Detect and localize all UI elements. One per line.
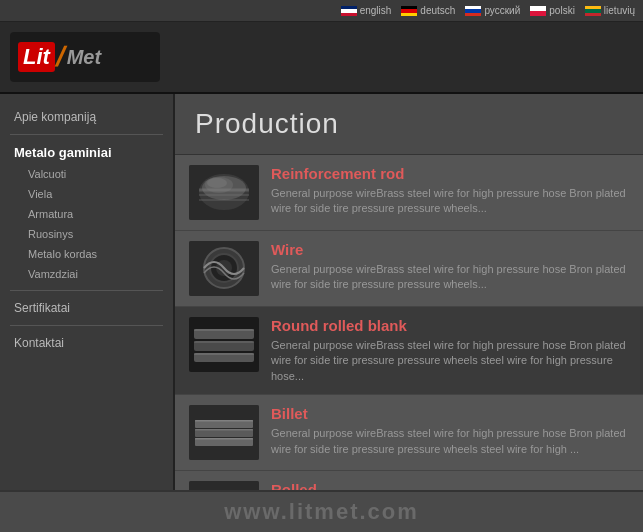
product-item-reinforcement-rod[interactable]: Reinforcement rod General purpose wireBr… [175, 155, 643, 231]
language-bar: english deutsch русский polski lietuvių [0, 0, 643, 22]
flag-ru [465, 6, 481, 16]
lang-russian[interactable]: русский [465, 5, 520, 16]
product-desc-rods: General purpose wireBrass steel wire for… [271, 186, 629, 217]
flag-uk [341, 6, 357, 16]
product-info-rods: Reinforcement rod General purpose wireBr… [271, 165, 629, 217]
sidebar-item-kontaktai[interactable]: Kontaktai [0, 332, 173, 354]
sidebar-item-about[interactable]: Apie kompaniją [0, 106, 173, 128]
product-info-blank: Round rolled blank General purpose wireB… [271, 317, 629, 384]
body-area: Apie kompaniją Metalo gaminiai Valcuoti … [0, 94, 643, 490]
lang-polish[interactable]: polski [530, 5, 575, 16]
logo-met: Met [67, 46, 101, 69]
lang-russian-label: русский [484, 5, 520, 16]
sidebar-item-ruosinys[interactable]: Ruosinys [0, 224, 173, 244]
logo[interactable]: Lit / Met [10, 32, 160, 82]
product-info-wire: Wire General purpose wireBrass steel wir… [271, 241, 629, 293]
product-name-wire: Wire [271, 241, 629, 258]
sidebar-item-metalo-kordas[interactable]: Metalo kordas [0, 244, 173, 264]
watermark-text: www.litmet.com [224, 499, 419, 525]
main-wrapper: Lit / Met Apie kompaniją Metalo gaminiai… [0, 22, 643, 532]
lang-lithuanian-label: lietuvių [604, 5, 635, 16]
flag-lt [585, 6, 601, 16]
product-info-rolled: Rolled General purpose wireBrass steel w… [271, 481, 629, 490]
lang-english-label: english [360, 5, 392, 16]
svg-rect-26 [189, 481, 259, 490]
sidebar-divider-1 [10, 134, 163, 135]
main-content: Production Rein [175, 94, 643, 490]
product-name-rods: Reinforcement rod [271, 165, 629, 182]
page-title-bar: Production [175, 94, 643, 155]
svg-rect-16 [194, 329, 254, 331]
product-item-billet[interactable]: Billet General purpose wireBrass steel w… [175, 395, 643, 471]
sidebar-item-metal-products[interactable]: Metalo gaminiai [0, 141, 173, 164]
svg-point-4 [207, 178, 227, 188]
product-desc-wire: General purpose wireBrass steel wire for… [271, 262, 629, 293]
lang-english[interactable]: english [341, 5, 392, 16]
lang-deutsch-label: deutsch [420, 5, 455, 16]
product-name-rolled: Rolled [271, 481, 629, 490]
sidebar-item-valcuoti[interactable]: Valcuoti [0, 164, 173, 184]
sidebar-item-viela[interactable]: Viela [0, 184, 173, 204]
sidebar-item-vamzdziai[interactable]: Vamzdziai [0, 264, 173, 284]
lang-lithuanian[interactable]: lietuvių [585, 5, 635, 16]
footer-watermark: www.litmet.com [0, 490, 643, 532]
product-item-rolled[interactable]: Rolled General purpose wireBrass steel w… [175, 471, 643, 490]
product-thumb-blank [189, 317, 259, 372]
product-thumb-billet [189, 405, 259, 460]
sidebar-item-sertifikatai[interactable]: Sertifikatai [0, 297, 173, 319]
sidebar: Apie kompaniją Metalo gaminiai Valcuoti … [0, 94, 175, 490]
product-desc-billet: General purpose wireBrass steel wire for… [271, 426, 629, 457]
product-item-wire[interactable]: Wire General purpose wireBrass steel wir… [175, 231, 643, 307]
lang-polish-label: polski [549, 5, 575, 16]
sidebar-divider-3 [10, 325, 163, 326]
sidebar-item-armatura[interactable]: Armatura [0, 204, 173, 224]
logo-lit: Lit [18, 42, 55, 72]
product-thumb-wire [189, 241, 259, 296]
product-name-blank: Round rolled blank [271, 317, 629, 334]
svg-rect-24 [195, 429, 253, 431]
header: Lit / Met [0, 22, 643, 94]
product-desc-blank: General purpose wireBrass steel wire for… [271, 338, 629, 384]
page-title: Production [195, 108, 623, 140]
flag-de [401, 6, 417, 16]
product-item-round-rolled-blank[interactable]: Round rolled blank General purpose wireB… [175, 307, 643, 395]
svg-rect-23 [195, 420, 253, 422]
svg-rect-17 [194, 341, 254, 343]
svg-rect-25 [195, 438, 253, 440]
sidebar-top-links: Apie kompaniją Metalo gaminiai Valcuoti … [0, 106, 173, 354]
product-thumb-rods [189, 165, 259, 220]
lang-deutsch[interactable]: deutsch [401, 5, 455, 16]
product-name-billet: Billet [271, 405, 629, 422]
product-info-billet: Billet General purpose wireBrass steel w… [271, 405, 629, 457]
sidebar-divider-2 [10, 290, 163, 291]
product-thumb-rolled [189, 481, 259, 490]
svg-rect-18 [194, 353, 254, 355]
flag-pl [530, 6, 546, 16]
